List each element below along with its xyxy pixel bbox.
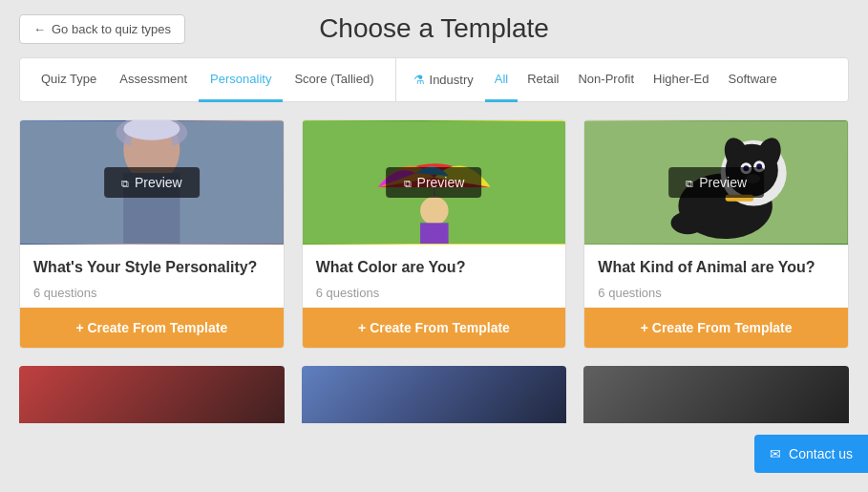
bottom-card-1	[19, 366, 285, 423]
svg-point-8	[420, 197, 449, 225]
bottom-cards-row	[0, 366, 868, 423]
bottom-card-3	[583, 366, 849, 423]
card-body-3: What Kind of Animal are You? 6 questions	[584, 245, 848, 308]
back-button-label: Go back to quiz types	[52, 22, 171, 36]
tab-personality[interactable]: Personality	[199, 58, 283, 102]
tab-industry-all[interactable]: All	[485, 58, 518, 102]
card-image-1[interactable]: Preview	[20, 120, 284, 245]
card-title-2: What Color are You?	[316, 258, 553, 278]
page-title: Choose a Template	[319, 13, 549, 44]
card-footer-3: + Create From Template	[584, 308, 848, 348]
preview-button-1[interactable]: Preview	[104, 167, 200, 198]
preview-button-2[interactable]: Preview	[387, 167, 482, 198]
tab-industry-software[interactable]: Software	[719, 58, 787, 102]
bottom-card-2	[302, 366, 567, 423]
funnel-icon: ⚗	[413, 73, 425, 87]
tabs-container: Quiz Type Assessment Personality Score (…	[19, 57, 849, 102]
card-questions-2: 6 questions	[316, 286, 553, 300]
contact-us-button[interactable]: Contact us	[754, 435, 868, 473]
card-image-3[interactable]: Preview	[584, 120, 848, 245]
industry-label: ⚗ Industry	[406, 59, 481, 100]
industry-text: Industry	[430, 73, 474, 87]
preview-label-1: Preview	[135, 175, 182, 190]
card-questions-3: 6 questions	[598, 286, 835, 300]
tab-industry-retail[interactable]: Retail	[518, 58, 568, 102]
card-title-1: What's Your Style Personality?	[33, 258, 270, 278]
header: Go back to quiz types Choose a Template	[0, 0, 868, 57]
tab-quiz-type[interactable]: Quiz Type	[30, 58, 108, 102]
card-body-2: What Color are You? 6 questions	[303, 245, 566, 308]
arrow-left-icon	[33, 22, 46, 36]
tab-score-tallied[interactable]: Score (Tallied)	[283, 58, 385, 102]
card-body-1: What's Your Style Personality? 6 questio…	[20, 245, 284, 308]
preview-label-2: Preview	[417, 175, 465, 190]
template-card-1: Preview What's Your Style Personality? 6…	[19, 119, 285, 349]
preview-label-3: Preview	[699, 175, 747, 190]
create-button-2[interactable]: + Create From Template	[303, 308, 566, 348]
envelope-icon	[770, 446, 781, 461]
quiz-type-tabs: Quiz Type Assessment Personality Score (…	[20, 58, 396, 101]
card-image-2[interactable]: Preview	[303, 120, 566, 245]
svg-rect-9	[420, 223, 449, 244]
card-footer-1: + Create From Template	[20, 308, 284, 348]
template-card-3: Preview What Kind of Animal are You? 6 q…	[583, 119, 849, 349]
tab-industry-higher-ed[interactable]: Higher-Ed	[644, 58, 719, 102]
card-questions-1: 6 questions	[33, 286, 270, 300]
tab-industry-nonprofit[interactable]: Non-Profit	[568, 58, 644, 102]
preview-button-3[interactable]: Preview	[668, 167, 764, 198]
tab-assessment[interactable]: Assessment	[108, 58, 199, 102]
template-card-2: Preview What Color are You? 6 questions …	[302, 119, 567, 349]
preview-icon-3	[686, 175, 693, 190]
svg-point-22	[671, 212, 705, 235]
preview-icon-1	[121, 175, 129, 190]
card-title-3: What Kind of Animal are You?	[598, 258, 835, 278]
create-button-3[interactable]: + Create From Template	[584, 308, 848, 348]
industry-tabs: ⚗ Industry All Retail Non-Profit Higher-…	[396, 58, 848, 101]
card-footer-2: + Create From Template	[303, 308, 566, 348]
cards-grid: Preview What's Your Style Personality? 6…	[0, 119, 868, 366]
preview-icon-2	[404, 175, 412, 190]
create-button-1[interactable]: + Create From Template	[20, 308, 284, 348]
contact-us-label: Contact us	[789, 446, 853, 461]
back-button[interactable]: Go back to quiz types	[19, 14, 185, 44]
